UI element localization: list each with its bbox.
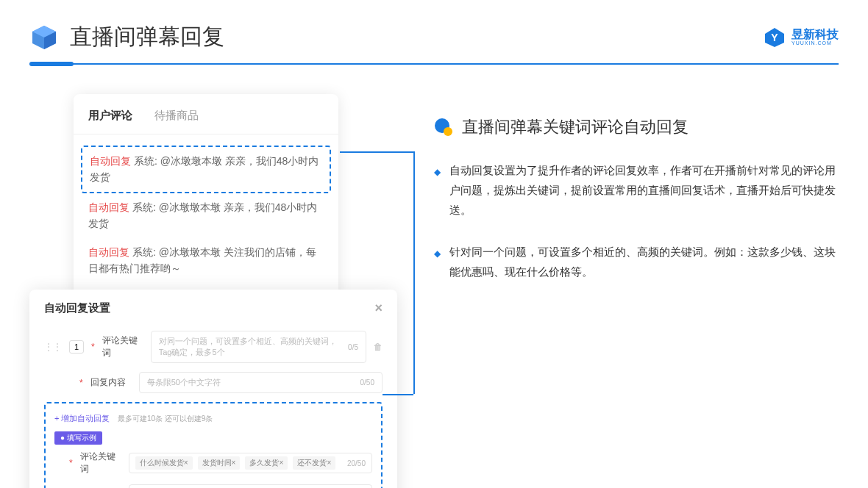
drag-icon[interactable]: ⋮⋮ xyxy=(44,342,62,352)
logo-text-en: YUUXIN.COM xyxy=(791,40,839,46)
example-badge: ● 填写示例 xyxy=(54,431,102,445)
content-label: 回复内容 xyxy=(90,376,132,389)
comment-highlighted: 自动回复 系统: @冰墩墩本墩 亲亲，我们48小时内发货 xyxy=(81,146,331,193)
settings-title: 自动回复设置 xyxy=(44,301,110,315)
connector-line xyxy=(340,151,413,153)
content-input[interactable]: 每条限50个中文字符 0/50 xyxy=(139,372,383,393)
svg-point-6 xyxy=(444,127,452,136)
example-box: + 增加自动回复 最多可建10条 还可以创建9条 ● 填写示例 * 评论关键词 … xyxy=(44,402,383,488)
tag-chip: 发货时间× xyxy=(198,456,241,470)
diamond-icon: ◆ xyxy=(434,165,441,220)
svg-text:Y: Y xyxy=(771,32,778,43)
logo-icon: Y xyxy=(764,26,786,49)
bullet-point: ◆ 针对同一个问题，可设置多个相近的、高频的关键词。例如：这款多少钱、这块能优惠… xyxy=(434,242,839,281)
cube-icon xyxy=(29,23,59,52)
keyword-input[interactable]: 对同一个问题，可设置多个相近、高频的关键词，Tag确定，最多5个 0/5 xyxy=(151,331,366,363)
row-index: 1 xyxy=(69,340,84,354)
comments-panel: 用户评论 待播商品 自动回复 系统: @冰墩墩本墩 亲亲，我们48小时内发货 自… xyxy=(74,94,338,297)
section-title: 直播间弹幕关键词评论自动回复 xyxy=(462,116,689,138)
logo-text-cn: 昱新科技 xyxy=(791,29,839,40)
delete-icon[interactable]: 🗑 xyxy=(374,342,383,352)
add-hint: 最多可建10条 还可以创建9条 xyxy=(118,415,213,423)
tab-user-comments[interactable]: 用户评论 xyxy=(88,109,132,123)
connector-line xyxy=(383,394,413,395)
page-title: 直播间弹幕回复 xyxy=(70,22,224,52)
bullet-point: ◆ 自动回复设置为了提升作者的评论回复效率，作者可在开播前针对常见的评论用户问题… xyxy=(434,160,839,220)
auto-reply-tag: 自动回复 xyxy=(90,155,131,167)
comment-item: 自动回复 系统: @冰墩墩本墩 亲亲，我们48小时内发货 xyxy=(74,193,338,238)
auto-reply-tag: 自动回复 xyxy=(88,246,129,258)
comment-item: 自动回复 系统: @冰墩墩本墩 关注我们的店铺，每日都有热门推荐哟～ xyxy=(74,238,338,283)
diamond-icon: ◆ xyxy=(434,246,441,281)
logo: Y 昱新科技 YUUXIN.COM xyxy=(764,26,839,49)
auto-reply-tag: 自动回复 xyxy=(88,201,129,213)
tag-chip: 什么时候发货× xyxy=(135,456,193,470)
close-icon[interactable]: × xyxy=(374,301,383,316)
example-content-input[interactable]: 亲，我们这边都是下单48小时内发货的哦～ 37/50 xyxy=(129,484,372,488)
example-kw-input[interactable]: 什么时候发货× 发货时间× 多久发货× 还不发货× 20/50 xyxy=(129,453,372,473)
example-kw-label: 评论关键词 xyxy=(80,451,121,476)
bubble-icon xyxy=(434,118,453,137)
connector-line xyxy=(413,151,415,394)
keyword-label: 评论关键词 xyxy=(102,334,143,359)
tab-products[interactable]: 待播商品 xyxy=(154,109,199,123)
settings-panel: 自动回复设置 × ⋮⋮ 1 * 评论关键词 对同一个问题，可设置多个相近、高频的… xyxy=(29,290,397,488)
tag-chip: 还不发货× xyxy=(293,456,335,470)
tag-chip: 多久发货× xyxy=(245,456,288,470)
add-auto-reply[interactable]: + 增加自动回复 xyxy=(54,414,110,423)
